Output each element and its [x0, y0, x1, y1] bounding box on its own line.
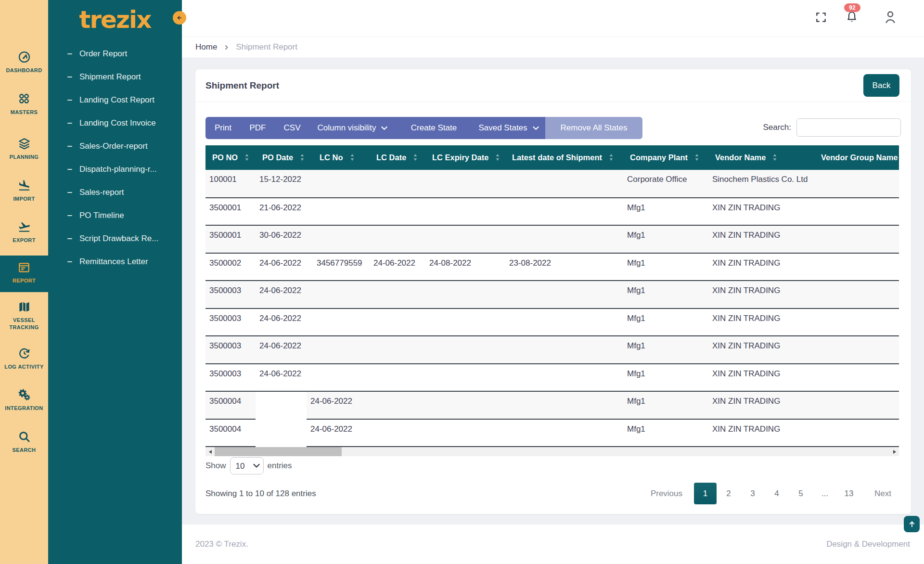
sidebar-item-order-report[interactable]: Order Report	[48, 42, 182, 65]
sidebar-item-landing-cost-invoice[interactable]: Landing Cost Invoice	[48, 112, 182, 135]
footer: 2023 © Trezix. Design & Development	[182, 525, 924, 564]
column-header-vendor-name[interactable]: Vendor Name	[708, 145, 814, 170]
column-header-company-plant[interactable]: Company Plant	[623, 145, 708, 170]
export-plane-icon	[17, 220, 31, 233]
csv-button[interactable]: CSV	[275, 117, 309, 139]
search-label: Search:	[763, 123, 791, 132]
card-body: Print PDF CSV Column visibility Create S…	[195, 117, 911, 504]
chevron-down-icon	[381, 126, 387, 130]
report-card: Shipment Report Back Print PDF CSV Colum…	[195, 69, 911, 514]
pdf-button[interactable]: PDF	[241, 117, 275, 139]
sidebar-item-sales-order-report[interactable]: Sales-Order-report	[48, 135, 182, 158]
sidebar-item-sales-report[interactable]: Sales-report	[48, 181, 182, 204]
rail-item-dashboard[interactable]: DASHBOARD	[0, 50, 48, 74]
breadcrumb-home[interactable]: Home	[195, 42, 217, 52]
column-header-po-date[interactable]: PO Date	[256, 145, 313, 170]
scroll-left-arrow[interactable]	[205, 447, 215, 456]
column-header-po-no[interactable]: PO NO	[205, 145, 256, 170]
rail-item-planning[interactable]: PLANNING	[0, 137, 48, 161]
rail-item-label: MASTERS	[11, 109, 38, 116]
table-row[interactable]: 3500001 30-06-2022 Mfg1 XIN ZIN TRADING	[205, 225, 899, 253]
print-button[interactable]: Print	[205, 117, 241, 139]
table-row[interactable]: 3500002 24-06-2022 3456779559 24-06-2022…	[205, 253, 899, 281]
remove-all-states-button[interactable]: Remove All States	[545, 117, 642, 139]
table-footer: Showing 1 to 10 of 128 entries Previous …	[205, 483, 901, 504]
sidebar-menu: Order Report Shipment Report Landing Cos…	[48, 42, 182, 273]
rail-item-log-activity[interactable]: LOG ACTIVITY	[0, 346, 48, 371]
notifications-button[interactable]	[845, 10, 859, 24]
rail-item-export[interactable]: EXPORT	[0, 220, 48, 244]
rail-item-report[interactable]: REPORT	[0, 256, 48, 292]
column-header-vendor-group-name[interactable]: Vendor Group Name	[814, 145, 899, 170]
scroll-right-arrow[interactable]	[890, 447, 899, 456]
create-state-button[interactable]: Create State	[396, 117, 472, 139]
dash-icon	[67, 146, 72, 147]
page-button-1[interactable]: 1	[694, 483, 717, 504]
scrollbar-thumb[interactable]	[215, 447, 342, 456]
page-title: Shipment Report	[205, 80, 279, 91]
sidebar-item-script-drawback-report[interactable]: Script Drawback Re...	[48, 227, 182, 250]
page-button-13[interactable]: 13	[837, 483, 861, 504]
fixed-column-gap	[256, 391, 307, 419]
table-header-row: PO NO PO Date LC No LC Date LC Expiry Da…	[205, 145, 899, 170]
back-button[interactable]: Back	[863, 74, 899, 97]
sort-icon	[350, 154, 354, 161]
table-row[interactable]: 3500003 24-06-2022 Mfg1 XIN ZIN TRADING	[205, 364, 899, 392]
pagination: Previous 1 2 3 4 5 ... 13 Next	[650, 483, 892, 504]
sidebar-item-po-timeline[interactable]: PO Timeline	[48, 204, 182, 227]
table-row[interactable]: 3500003 24-06-2022 Mfg1 XIN ZIN TRADING	[205, 308, 899, 336]
topbar: 92	[182, 0, 924, 37]
chevron-right-icon	[223, 44, 230, 51]
column-visibility-button[interactable]: Column visibility	[309, 117, 396, 139]
sidebar-item-dispatch-planning-report[interactable]: Dispatch-planning-r...	[48, 158, 182, 181]
column-header-lc-date[interactable]: LC Date	[370, 145, 425, 170]
user-menu-button[interactable]	[884, 10, 897, 25]
sort-icon	[413, 154, 417, 161]
rail-item-label: LOG ACTIVITY	[4, 363, 43, 371]
sidebar-item-shipment-report[interactable]: Shipment Report	[48, 65, 182, 89]
column-header-lc-expiry-date[interactable]: LC Expiry Date	[425, 145, 505, 170]
page-button-4[interactable]: 4	[765, 483, 789, 504]
integration-gears-icon	[17, 388, 31, 401]
breadcrumb: Home Shipment Report	[182, 37, 924, 58]
fullscreen-button[interactable]	[815, 11, 827, 24]
column-header-lc-no[interactable]: LC No	[313, 145, 370, 170]
saved-states-button[interactable]: Saved States	[472, 117, 545, 139]
rail-item-label: SEARCH	[13, 447, 36, 454]
sort-icon	[300, 154, 304, 161]
table-row[interactable]: 3500004 24-06-2022 Mfg1 XIN ZIN TRADING	[205, 419, 899, 447]
sidebar-item-remittances-letter[interactable]: Remittances Letter	[48, 250, 182, 273]
table-row[interactable]: 100001 15-12-2022 Corporate Office Sinoc…	[205, 170, 899, 198]
page-ellipsis: ...	[813, 483, 837, 504]
page-button-3[interactable]: 3	[741, 483, 765, 504]
page-button-5[interactable]: 5	[789, 483, 813, 504]
search-input[interactable]	[796, 118, 901, 137]
sidebar-item-landing-cost-report[interactable]: Landing Cost Report	[48, 89, 182, 112]
fullscreen-icon	[815, 11, 827, 24]
dash-icon	[67, 169, 72, 170]
sidebar-collapse-button[interactable]	[173, 11, 186, 25]
column-header-latest-date-of-shipment[interactable]: Latest date of Shipment	[505, 145, 623, 170]
logo: trezix	[48, 6, 182, 34]
page-button-2[interactable]: 2	[717, 483, 741, 504]
entries-select[interactable]: 10	[230, 457, 264, 474]
previous-page-button[interactable]: Previous	[650, 483, 683, 504]
next-page-button[interactable]: Next	[873, 483, 892, 504]
table-row[interactable]: 3500003 24-06-2022 Mfg1 XIN ZIN TRADING	[205, 336, 899, 364]
table-row[interactable]: 3500001 21-06-2022 Mfg1 XIN ZIN TRADING	[205, 198, 899, 226]
search-box: Search:	[763, 118, 901, 137]
arrow-up-icon	[908, 520, 916, 528]
rail-item-integration[interactable]: INTEGRATION	[0, 388, 48, 412]
sort-icon	[496, 154, 500, 161]
scroll-to-top-button[interactable]	[904, 516, 920, 532]
dash-icon	[67, 123, 72, 124]
credits-text: Design & Development	[826, 539, 910, 549]
notification-badge: 92	[844, 3, 860, 12]
content: Shipment Report Back Print PDF CSV Colum…	[182, 58, 924, 525]
rail-item-masters[interactable]: MASTERS	[0, 92, 48, 116]
table-row[interactable]: 3500003 24-06-2022 Mfg1 XIN ZIN TRADING	[205, 281, 899, 308]
rail-item-import[interactable]: IMPORT	[0, 179, 48, 203]
rail-item-search[interactable]: SEARCH	[0, 430, 48, 454]
table-row[interactable]: 3500004 24-06-2022 Mfg1 XIN ZIN TRADING	[205, 391, 899, 419]
rail-item-vessel-tracking[interactable]: VESSEL TRACKING	[0, 300, 48, 331]
